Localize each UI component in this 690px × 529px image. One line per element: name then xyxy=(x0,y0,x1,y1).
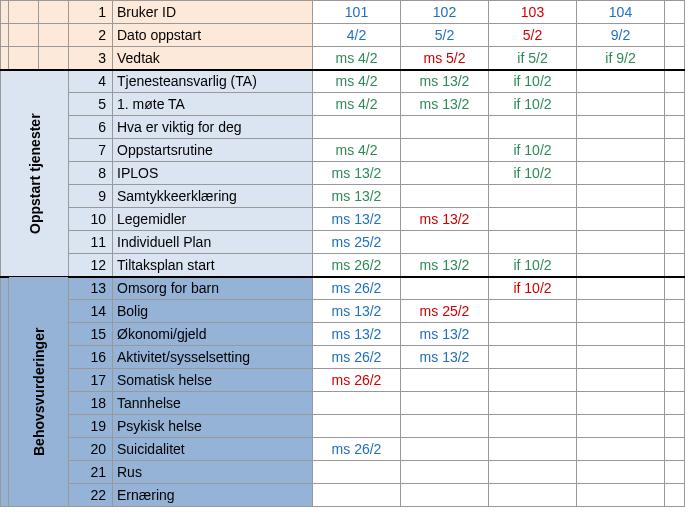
data-cell[interactable] xyxy=(665,438,685,461)
data-cell[interactable] xyxy=(489,208,577,231)
data-cell[interactable]: if 10/2 xyxy=(489,139,577,162)
data-cell[interactable]: ms 4/2 xyxy=(313,70,401,93)
data-cell[interactable] xyxy=(665,369,685,392)
data-cell[interactable] xyxy=(577,185,665,208)
data-cell[interactable]: ms 26/2 xyxy=(313,254,401,277)
data-cell[interactable] xyxy=(401,461,489,484)
data-cell[interactable]: if 10/2 xyxy=(489,254,577,277)
data-cell[interactable] xyxy=(577,392,665,415)
data-cell[interactable] xyxy=(401,438,489,461)
data-cell[interactable] xyxy=(401,415,489,438)
data-cell[interactable] xyxy=(665,208,685,231)
data-cell[interactable] xyxy=(665,231,685,254)
data-cell[interactable] xyxy=(577,116,665,139)
data-cell[interactable]: 103 xyxy=(489,1,577,24)
data-cell[interactable] xyxy=(665,139,685,162)
data-cell[interactable]: 101 xyxy=(313,1,401,24)
data-cell[interactable]: ms 5/2 xyxy=(401,47,489,70)
data-cell[interactable] xyxy=(577,231,665,254)
data-cell[interactable] xyxy=(489,484,577,507)
data-cell[interactable]: ms 25/2 xyxy=(313,231,401,254)
data-cell[interactable] xyxy=(489,461,577,484)
data-cell[interactable]: ms 26/2 xyxy=(313,277,401,300)
data-cell[interactable] xyxy=(577,369,665,392)
data-cell[interactable] xyxy=(665,162,685,185)
data-cell[interactable]: ms 13/2 xyxy=(401,254,489,277)
data-cell[interactable] xyxy=(665,24,685,47)
data-cell[interactable] xyxy=(489,392,577,415)
data-cell[interactable] xyxy=(489,438,577,461)
data-cell[interactable]: ms 13/2 xyxy=(401,346,489,369)
data-cell[interactable] xyxy=(665,484,685,507)
data-cell[interactable] xyxy=(665,70,685,93)
data-cell[interactable] xyxy=(577,139,665,162)
data-cell[interactable] xyxy=(401,231,489,254)
data-cell[interactable]: ms 13/2 xyxy=(401,70,489,93)
data-cell[interactable] xyxy=(577,162,665,185)
data-cell[interactable]: ms 4/2 xyxy=(313,47,401,70)
data-cell[interactable]: 5/2 xyxy=(401,24,489,47)
data-cell[interactable]: ms 13/2 xyxy=(401,208,489,231)
data-cell[interactable] xyxy=(401,162,489,185)
data-cell[interactable] xyxy=(577,438,665,461)
data-cell[interactable] xyxy=(577,254,665,277)
data-cell[interactable] xyxy=(313,116,401,139)
data-cell[interactable] xyxy=(489,116,577,139)
data-cell[interactable] xyxy=(489,323,577,346)
data-cell[interactable] xyxy=(489,231,577,254)
data-cell[interactable]: if 9/2 xyxy=(577,47,665,70)
data-cell[interactable] xyxy=(313,484,401,507)
data-cell[interactable]: ms 13/2 xyxy=(401,323,489,346)
data-cell[interactable] xyxy=(665,415,685,438)
data-cell[interactable]: if 10/2 xyxy=(489,93,577,116)
data-cell[interactable]: ms 13/2 xyxy=(313,323,401,346)
data-cell[interactable] xyxy=(313,392,401,415)
data-cell[interactable] xyxy=(577,70,665,93)
data-cell[interactable] xyxy=(401,392,489,415)
data-cell[interactable] xyxy=(313,415,401,438)
data-cell[interactable] xyxy=(489,300,577,323)
data-cell[interactable] xyxy=(401,185,489,208)
data-cell[interactable] xyxy=(401,139,489,162)
data-cell[interactable]: ms 4/2 xyxy=(313,139,401,162)
data-cell[interactable] xyxy=(577,300,665,323)
data-cell[interactable] xyxy=(665,93,685,116)
data-cell[interactable]: ms 26/2 xyxy=(313,346,401,369)
data-cell[interactable]: 102 xyxy=(401,1,489,24)
data-cell[interactable] xyxy=(665,185,685,208)
data-cell[interactable] xyxy=(665,116,685,139)
data-cell[interactable]: if 10/2 xyxy=(489,162,577,185)
data-cell[interactable]: ms 13/2 xyxy=(313,162,401,185)
data-cell[interactable] xyxy=(665,300,685,323)
data-cell[interactable]: ms 26/2 xyxy=(313,369,401,392)
data-cell[interactable]: ms 13/2 xyxy=(313,208,401,231)
data-cell[interactable]: 104 xyxy=(577,1,665,24)
data-cell[interactable] xyxy=(665,254,685,277)
data-cell[interactable]: 9/2 xyxy=(577,24,665,47)
data-cell[interactable]: ms 4/2 xyxy=(313,93,401,116)
data-cell[interactable] xyxy=(401,369,489,392)
data-cell[interactable] xyxy=(665,277,685,300)
data-cell[interactable] xyxy=(665,323,685,346)
data-cell[interactable]: ms 25/2 xyxy=(401,300,489,323)
data-cell[interactable] xyxy=(489,415,577,438)
data-cell[interactable] xyxy=(577,461,665,484)
data-cell[interactable]: ms 13/2 xyxy=(401,93,489,116)
data-cell[interactable]: 5/2 xyxy=(489,24,577,47)
data-cell[interactable]: if 10/2 xyxy=(489,70,577,93)
data-cell[interactable] xyxy=(489,185,577,208)
data-cell[interactable] xyxy=(665,47,685,70)
data-cell[interactable] xyxy=(577,415,665,438)
data-cell[interactable] xyxy=(489,346,577,369)
data-cell[interactable] xyxy=(401,484,489,507)
data-cell[interactable]: if 10/2 xyxy=(489,277,577,300)
data-cell[interactable] xyxy=(577,323,665,346)
data-cell[interactable]: if 5/2 xyxy=(489,47,577,70)
data-cell[interactable]: ms 13/2 xyxy=(313,300,401,323)
data-cell[interactable] xyxy=(665,392,685,415)
data-cell[interactable]: 4/2 xyxy=(313,24,401,47)
data-cell[interactable] xyxy=(665,461,685,484)
data-cell[interactable] xyxy=(577,346,665,369)
data-cell[interactable] xyxy=(489,369,577,392)
data-cell[interactable] xyxy=(313,461,401,484)
